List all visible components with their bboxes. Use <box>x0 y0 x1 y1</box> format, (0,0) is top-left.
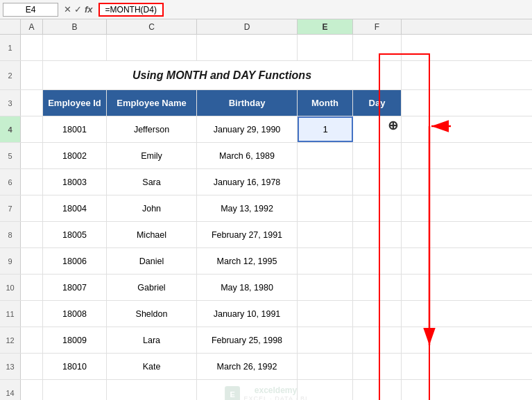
cell-c6[interactable]: Sara <box>107 169 197 195</box>
cell-b7[interactable]: 18004 <box>43 195 107 221</box>
cell-b9[interactable]: 18006 <box>43 248 107 274</box>
cell-c9[interactable]: Daniel <box>107 248 197 274</box>
cell-f10[interactable] <box>353 275 402 300</box>
row-num-11: 11 <box>0 301 21 327</box>
spreadsheet-container: 1 2 Using MONTH and DAY Functions 3 Empl… <box>0 35 532 400</box>
cell-a12[interactable] <box>21 327 43 353</box>
row-num-3: 3 <box>0 90 21 116</box>
cell-d3[interactable]: Birthday <box>197 90 298 116</box>
cell-b1[interactable] <box>43 35 107 60</box>
cell-e14[interactable] <box>298 380 353 400</box>
cell-f6[interactable] <box>353 169 402 195</box>
cell-c5[interactable]: Emily <box>107 143 197 168</box>
cell-b14[interactable] <box>43 380 107 400</box>
cell-d14[interactable] <box>197 380 298 400</box>
cell-c1[interactable] <box>107 35 197 60</box>
cell-f11[interactable] <box>353 301 402 327</box>
cell-e8[interactable] <box>298 222 353 247</box>
cell-a5[interactable] <box>21 143 43 168</box>
table-row: 1 <box>0 35 532 61</box>
row-num-13: 13 <box>0 354 21 379</box>
cell-a3[interactable] <box>21 90 43 116</box>
table-row: 10 18007 Gabriel May 18, 1980 <box>0 275 532 301</box>
cell-b10[interactable]: 18007 <box>43 275 107 300</box>
cell-a9[interactable] <box>21 248 43 274</box>
name-box[interactable]: E4 <box>3 3 58 17</box>
cell-b5[interactable]: 18002 <box>43 143 107 168</box>
row-num-12: 12 <box>0 327 21 353</box>
cell-a2[interactable] <box>21 61 43 89</box>
cell-d8[interactable]: February 27, 1991 <box>197 222 298 247</box>
cell-c10[interactable]: Gabriel <box>107 275 197 300</box>
column-headers-row: A B C D E F <box>0 19 532 35</box>
col-header-d[interactable]: D <box>197 19 298 34</box>
cell-d10[interactable]: May 18, 1980 <box>197 275 298 300</box>
cell-b13[interactable]: 18010 <box>43 354 107 379</box>
formula-display[interactable]: =MONTH(D4) <box>98 3 164 17</box>
cell-f7[interactable] <box>353 195 402 221</box>
cell-f5[interactable] <box>353 143 402 168</box>
cell-e10[interactable] <box>298 275 353 300</box>
cell-f13[interactable] <box>353 354 402 379</box>
cancel-icon[interactable]: ✕ <box>64 4 71 15</box>
cell-c7[interactable]: John <box>107 195 197 221</box>
cell-d7[interactable]: May 13, 1992 <box>197 195 298 221</box>
cell-c13[interactable]: Kate <box>107 354 197 379</box>
cell-e1[interactable] <box>298 35 353 60</box>
cell-b3[interactable]: Employee Id <box>43 90 107 116</box>
cell-a8[interactable] <box>21 222 43 247</box>
cell-e13[interactable] <box>298 354 353 379</box>
cell-e11[interactable] <box>298 301 353 327</box>
cell-c14[interactable] <box>107 380 197 400</box>
cell-d1[interactable] <box>197 35 298 60</box>
cell-e4[interactable]: 1 <box>298 116 353 142</box>
cell-a11[interactable] <box>21 301 43 327</box>
row-num-10: 10 <box>0 275 21 300</box>
cell-b8[interactable]: 18005 <box>43 222 107 247</box>
cell-f12[interactable] <box>353 327 402 353</box>
col-header-f[interactable]: F <box>353 19 402 34</box>
insert-function-icon[interactable]: fx <box>85 4 93 15</box>
confirm-icon[interactable]: ✓ <box>74 4 82 15</box>
cell-d5[interactable]: March 6, 1989 <box>197 143 298 168</box>
cell-e3[interactable]: Month <box>298 90 353 116</box>
cell-d4[interactable]: January 29, 1990 <box>197 116 298 142</box>
row-num-7: 7 <box>0 195 21 221</box>
cell-a7[interactable] <box>21 195 43 221</box>
cell-c8[interactable]: Michael <box>107 222 197 247</box>
col-header-c[interactable]: C <box>107 19 197 34</box>
cell-f14[interactable] <box>353 380 402 400</box>
cell-a4[interactable] <box>21 116 43 142</box>
cell-c12[interactable]: Lara <box>107 327 197 353</box>
cell-a14[interactable] <box>21 380 43 400</box>
cell-b6[interactable]: 18003 <box>43 169 107 195</box>
col-header-b[interactable]: B <box>43 19 107 34</box>
cell-f9[interactable] <box>353 248 402 274</box>
cell-e12[interactable] <box>298 327 353 353</box>
cell-d13[interactable]: March 26, 1992 <box>197 354 298 379</box>
cell-b4[interactable]: 18001 <box>43 116 107 142</box>
cell-a1[interactable] <box>21 35 43 60</box>
cell-e5[interactable] <box>298 143 353 168</box>
cell-a6[interactable] <box>21 169 43 195</box>
cell-b12[interactable]: 18009 <box>43 327 107 353</box>
cell-d6[interactable]: January 16, 1978 <box>197 169 298 195</box>
cell-d11[interactable]: January 10, 1991 <box>197 301 298 327</box>
cell-c4[interactable]: Jefferson <box>107 116 197 142</box>
col-header-e[interactable]: E <box>298 19 353 34</box>
cell-d12[interactable]: February 25, 1998 <box>197 327 298 353</box>
cell-e6[interactable] <box>298 169 353 195</box>
cell-a10[interactable] <box>21 275 43 300</box>
cell-f4[interactable]: ⊕ <box>353 116 402 142</box>
cell-c11[interactable]: Sheldon <box>107 301 197 327</box>
cell-c3[interactable]: Employee Name <box>107 90 197 116</box>
cell-f1[interactable] <box>353 35 402 60</box>
cell-f3[interactable]: Day <box>353 90 402 116</box>
cell-f8[interactable] <box>353 222 402 247</box>
cell-d9[interactable]: March 12, 1995 <box>197 248 298 274</box>
cell-b11[interactable]: 18008 <box>43 301 107 327</box>
col-header-a[interactable]: A <box>21 19 43 34</box>
cell-e9[interactable] <box>298 248 353 274</box>
cell-e7[interactable] <box>298 195 353 221</box>
cell-a13[interactable] <box>21 354 43 379</box>
